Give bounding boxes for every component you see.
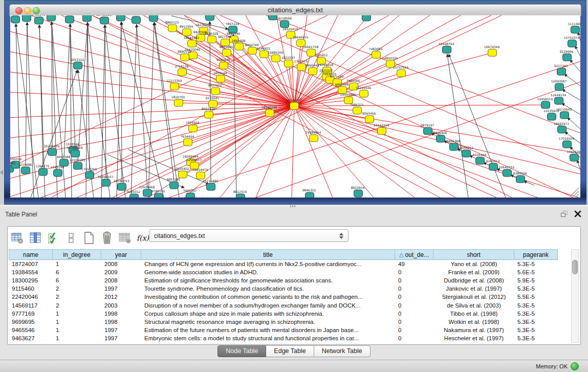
node[interactable] — [548, 113, 556, 120]
memory-indicator-icon[interactable] — [571, 362, 579, 370]
selected-node[interactable] — [216, 75, 225, 82]
node[interactable] — [102, 179, 111, 186]
node[interactable] — [155, 193, 163, 198]
table-row[interactable]: 969969511998Structural magnetic resonanc… — [9, 318, 571, 326]
selected-node[interactable] — [365, 116, 374, 123]
table-row[interactable]: 1830029562008Estimation of significance … — [9, 276, 571, 285]
resize-grip-icon[interactable] — [570, 188, 579, 196]
close-panel-icon[interactable] — [574, 210, 581, 217]
node[interactable] — [117, 15, 125, 21]
selected-node[interactable] — [188, 40, 197, 47]
tab-node-table[interactable]: Node Table — [217, 345, 266, 357]
node[interactable] — [206, 15, 214, 20]
float-panel-icon[interactable] — [561, 211, 569, 217]
node[interactable] — [85, 171, 94, 179]
table-row[interactable]: 1456911722003Disruption of a novel membe… — [9, 301, 571, 309]
selected-node[interactable] — [372, 51, 381, 58]
row-height-icon[interactable] — [64, 231, 78, 245]
function-builder-icon[interactable]: f(x) — [136, 231, 149, 245]
node[interactable] — [571, 26, 580, 33]
delete-table-disabled-icon[interactable] — [118, 231, 132, 245]
selected-node[interactable] — [378, 127, 386, 135]
selected-node[interactable] — [175, 99, 183, 106]
selected-node[interactable] — [184, 139, 192, 146]
selected-node[interactable] — [235, 43, 244, 50]
node[interactable] — [354, 190, 363, 197]
show-columns-icon[interactable] — [29, 231, 42, 245]
selected-node[interactable] — [168, 25, 177, 32]
selected-node[interactable] — [360, 90, 368, 97]
table-settings-icon[interactable] — [11, 231, 24, 245]
node[interactable] — [143, 189, 152, 196]
column-header-out_de[interactable]: △out_de... — [395, 249, 433, 260]
selected-node[interactable] — [208, 36, 216, 43]
node[interactable] — [443, 46, 451, 53]
node[interactable] — [462, 150, 471, 157]
node[interactable] — [516, 176, 525, 183]
selected-node[interactable] — [170, 83, 179, 90]
node[interactable] — [570, 154, 579, 161]
selected-node[interactable] — [248, 47, 257, 54]
table-row[interactable]: 977716911998Corpus callosum shape and si… — [9, 310, 571, 318]
node[interactable] — [100, 17, 109, 24]
column-header-name[interactable]: name — [9, 249, 53, 260]
node[interactable] — [207, 183, 215, 190]
network-canvas[interactable]: 9060548208914014055711605528715276006789… — [10, 15, 580, 198]
node[interactable] — [74, 62, 82, 69]
selected-node[interactable] — [272, 55, 280, 62]
node[interactable] — [47, 15, 56, 21]
table-row[interactable]: 1938455462009Genome-wide association stu… — [9, 268, 571, 276]
scrollbar-thumb[interactable] — [572, 260, 578, 274]
selected-node[interactable] — [211, 87, 220, 95]
column-header-short[interactable]: short — [433, 249, 514, 260]
selected-node[interactable] — [181, 54, 189, 61]
node[interactable] — [555, 97, 563, 104]
node[interactable] — [170, 182, 179, 189]
tab-network-table[interactable]: Network Table — [314, 345, 371, 357]
node[interactable] — [48, 148, 57, 156]
node[interactable] — [21, 167, 30, 174]
vertical-scrollbar[interactable] — [571, 249, 579, 343]
node[interactable] — [450, 143, 459, 150]
node[interactable] — [424, 127, 432, 135]
node[interactable] — [541, 101, 550, 108]
node[interactable] — [236, 194, 245, 198]
node[interactable] — [489, 163, 498, 170]
node[interactable] — [132, 16, 141, 24]
node[interactable] — [186, 193, 195, 198]
node[interactable] — [118, 183, 126, 190]
selected-node[interactable] — [205, 111, 213, 118]
node[interactable] — [39, 168, 48, 176]
selected-node[interactable] — [209, 100, 217, 107]
select-columns-icon[interactable] — [47, 231, 60, 245]
node[interactable] — [476, 157, 485, 164]
node[interactable] — [23, 15, 31, 21]
selected-node[interactable] — [353, 107, 362, 114]
node[interactable] — [558, 126, 567, 133]
table-row[interactable]: 946362711997Embryonic stem cells: a mode… — [9, 334, 571, 342]
selected-node[interactable] — [266, 110, 274, 117]
selected-node[interactable] — [285, 60, 293, 67]
selected-node[interactable] — [488, 49, 497, 56]
node[interactable] — [54, 169, 62, 177]
selected-node[interactable] — [220, 62, 228, 69]
table-row[interactable]: 911546021997Tourette syndrome. Phenomeno… — [9, 285, 571, 293]
table-selector-dropdown[interactable]: citations_edges.txt — [149, 229, 349, 242]
selected-node[interactable] — [183, 29, 191, 36]
node[interactable] — [71, 150, 80, 157]
selected-node[interactable] — [309, 68, 317, 75]
node[interactable] — [563, 141, 572, 148]
node[interactable] — [563, 54, 572, 61]
selected-node[interactable] — [397, 70, 406, 77]
table-row[interactable]: 2242004622012Investigating the contribut… — [9, 293, 571, 301]
window-titlebar[interactable]: citations_edges.txt — [9, 4, 581, 16]
node[interactable] — [11, 16, 20, 23]
node[interactable] — [503, 169, 512, 177]
node[interactable] — [149, 15, 158, 21]
node[interactable] — [560, 112, 569, 119]
node[interactable] — [437, 135, 445, 142]
tab-edge-table[interactable]: Edge Table — [266, 345, 314, 357]
node[interactable] — [130, 194, 139, 198]
node[interactable] — [557, 68, 566, 75]
network-graph[interactable]: 9060548208914014055711605528715276006789… — [10, 15, 580, 198]
